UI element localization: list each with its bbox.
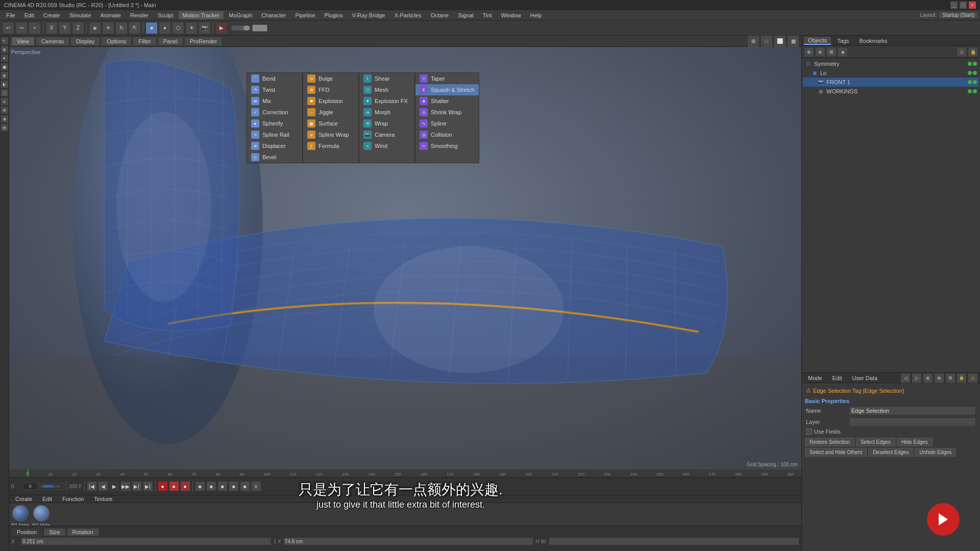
light-tool[interactable]: ☀ xyxy=(185,22,198,34)
menu-mograph[interactable]: MoGraph xyxy=(225,11,256,19)
menu-help[interactable]: Help xyxy=(526,11,546,19)
menu-plugins[interactable]: Plugins xyxy=(321,11,347,19)
prop-icon-1[interactable]: ◁ xyxy=(900,373,911,383)
prop-tab-userdata[interactable]: User Data xyxy=(848,374,882,382)
tree-lo[interactable]: ▣ Lo xyxy=(803,68,979,78)
prop-tab-mode[interactable]: Mode xyxy=(804,374,826,382)
menu-motion-tracker[interactable]: Motion Tracker xyxy=(179,11,224,19)
tl-opt1[interactable]: ■ xyxy=(195,481,205,491)
key-btn2[interactable]: ● xyxy=(180,481,190,491)
menu-sculpt[interactable]: Sculpt xyxy=(154,11,178,19)
left-tool-9[interactable]: ⚙ xyxy=(1,106,9,114)
use-fields-checkbox[interactable] xyxy=(806,429,812,435)
menu-vray[interactable]: V-Ray Bridge xyxy=(348,11,389,19)
undo-button[interactable]: ↩ xyxy=(2,22,14,34)
prop-icon-2[interactable]: ▷ xyxy=(912,373,922,383)
obj-icon-4[interactable]: ◈ xyxy=(838,47,848,57)
menu-simulate[interactable]: Simulate xyxy=(65,11,95,19)
deselect-edges-btn[interactable]: Deselect Edges xyxy=(868,448,913,457)
menu-squash-stretch[interactable]: ⊻ Squash & Stretch xyxy=(415,84,479,95)
mat-ball-2[interactable] xyxy=(33,505,50,521)
prev-frame-btn[interactable]: ◀ xyxy=(98,481,108,491)
render-btn[interactable]: ▶ xyxy=(215,22,228,34)
red-circle-button[interactable] xyxy=(927,503,960,536)
new-button[interactable]: + xyxy=(29,22,41,34)
toggle-box[interactable] xyxy=(252,24,267,32)
tl-opt6[interactable]: ≡ xyxy=(251,481,261,491)
prop-icon-lock[interactable]: 🔒 xyxy=(957,373,967,383)
viewport-icon-4[interactable]: ▦ xyxy=(787,35,799,47)
menu-shrink-wrap[interactable]: ⊙ Shrink Wrap xyxy=(415,107,479,118)
left-tool-11[interactable]: ⊞ xyxy=(1,123,9,132)
tl-opt4[interactable]: ■ xyxy=(229,481,239,491)
menu-edit[interactable]: Edit xyxy=(20,11,38,19)
menu-tint[interactable]: Tint xyxy=(479,11,496,19)
prop-tab-edit[interactable]: Edit xyxy=(828,374,846,382)
obj-icon-lock[interactable]: 🔒 xyxy=(968,47,978,57)
psr-tab-position[interactable]: Position xyxy=(11,528,42,536)
right-tab-objects[interactable]: Objects xyxy=(804,37,831,45)
tl-opt2[interactable]: ■ xyxy=(206,481,216,491)
tab-display[interactable]: Display xyxy=(70,37,100,46)
left-tool-6[interactable]: ◐ xyxy=(1,80,9,88)
menu-ffd[interactable]: ⊞ FFD xyxy=(303,84,358,95)
startup-label[interactable]: Startup (Start) xyxy=(939,11,978,19)
play-btn[interactable]: ▶ xyxy=(109,481,119,491)
obj-icon-3[interactable]: ⊞ xyxy=(826,47,837,57)
left-tool-3[interactable]: ✦ xyxy=(1,54,9,62)
menu-explosion-fx[interactable]: ✦ Explosion FX xyxy=(359,95,414,107)
tex-tab-edit[interactable]: Edit xyxy=(38,495,56,503)
playhead[interactable] xyxy=(28,469,29,477)
material-1[interactable]: RS Mate xyxy=(11,505,29,528)
menu-mix[interactable]: ⇌ Mix xyxy=(247,95,302,107)
obj-icon-warn[interactable]: ⚠ xyxy=(957,47,967,57)
camera-tool[interactable]: 📷 xyxy=(199,22,211,34)
menu-create[interactable]: Create xyxy=(39,11,64,19)
rotate-tool[interactable]: ↻ xyxy=(115,22,128,34)
select-tool[interactable]: ◈ xyxy=(89,22,101,34)
menu-displacer[interactable]: ≋ Displacer xyxy=(247,140,302,152)
play-all-btn[interactable]: ▶| xyxy=(132,481,142,491)
menu-morph[interactable]: ⇔ Morph xyxy=(359,107,414,118)
left-tool-1[interactable]: ↖ xyxy=(1,37,9,45)
key-btn1[interactable]: ● xyxy=(169,481,179,491)
move-tool[interactable]: ✛ xyxy=(102,22,114,34)
frame-input[interactable]: 0 xyxy=(22,483,38,490)
unhide-edges-btn[interactable]: Unhide Edges xyxy=(915,448,956,457)
psr-h-field[interactable] xyxy=(549,537,799,545)
tab-panel[interactable]: Panel xyxy=(158,37,183,46)
redo-button[interactable]: ↪ xyxy=(15,22,28,34)
tool-y[interactable]: Y xyxy=(59,22,71,34)
menu-shear[interactable]: ⌇ Shear xyxy=(359,73,414,84)
menu-shatter[interactable]: ⋇ Shatter xyxy=(415,95,479,107)
menu-spherify[interactable]: ● Spherify xyxy=(247,118,302,129)
prop-name-input[interactable] xyxy=(849,406,976,415)
prop-icon-3[interactable]: ⊕ xyxy=(923,373,933,383)
menu-correction[interactable]: ✓ Correction xyxy=(247,107,302,118)
menu-animate[interactable]: Animate xyxy=(96,11,125,19)
menu-taper[interactable]: ▽ Taper xyxy=(415,73,479,84)
select-edges-btn[interactable]: Select Edges xyxy=(856,438,895,446)
mat-ball-1[interactable] xyxy=(12,505,29,521)
prop-icon-warning[interactable]: ⚠ xyxy=(968,373,978,383)
cube-tool[interactable]: ■ xyxy=(145,22,158,34)
menu-surface[interactable]: ▦ Surface xyxy=(303,118,358,129)
obj-icon-1[interactable]: ⊕ xyxy=(804,47,814,57)
tl-opt5[interactable]: ■ xyxy=(240,481,250,491)
menu-formula[interactable]: ƒ Formula xyxy=(303,140,358,152)
prop-icon-4[interactable]: ⊗ xyxy=(934,373,944,383)
right-tab-tags[interactable]: Tags xyxy=(833,37,853,44)
left-tool-5[interactable]: ⊗ xyxy=(1,71,9,80)
menu-octane[interactable]: Octane xyxy=(427,11,453,19)
left-tool-8[interactable]: S xyxy=(1,97,9,106)
tab-view[interactable]: View xyxy=(11,37,35,46)
viewport-icon-1[interactable]: ⊞ xyxy=(747,35,760,47)
left-tool-2[interactable]: ⊕ xyxy=(1,45,9,54)
menu-bend[interactable]: ⌒ Bend xyxy=(247,73,302,84)
toggle-switch[interactable] xyxy=(231,25,251,31)
menu-wind[interactable]: ≈ Wind xyxy=(359,140,414,152)
menu-mesh[interactable]: ⬡ Mesh xyxy=(359,84,414,95)
menu-bulge[interactable]: ⊙ Bulge xyxy=(303,73,358,84)
tab-options[interactable]: Options xyxy=(101,37,132,46)
menu-twist[interactable]: ↷ Twist xyxy=(247,84,302,95)
